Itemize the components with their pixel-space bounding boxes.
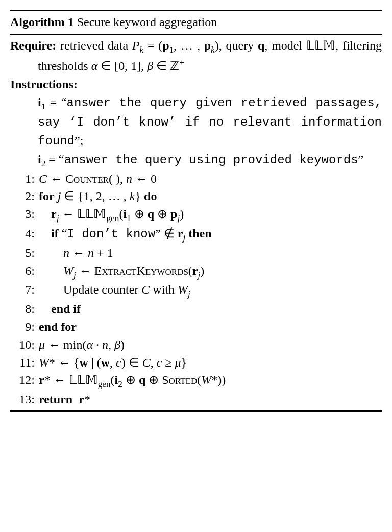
step-row: 3:rj ← 𝕃𝕃𝕄gen(i1 ⊕ q ⊕ pj) <box>10 205 382 225</box>
step-number: 7: <box>10 281 39 299</box>
step-row: 13:return r* <box>10 391 382 408</box>
instructions-label: Instructions: <box>10 76 382 93</box>
step-number: 4: <box>10 225 39 243</box>
require-label: Require: <box>10 39 56 52</box>
step-code: μ ← min(α · n, β) <box>39 336 382 354</box>
step-code: end for <box>39 318 382 336</box>
step-row: 8:end if <box>10 300 382 318</box>
step-code: if “I don’t know” ∉ rj then <box>39 225 382 244</box>
step-code: Wj ← ExtractKeywords(rj) <box>39 262 382 281</box>
step-code: W* ← {w | (w, c) ∈ C, c ≥ μ} <box>39 354 382 372</box>
step-code: end if <box>39 300 382 318</box>
step-row: 6:Wj ← ExtractKeywords(rj) <box>10 262 382 281</box>
step-code: return r* <box>39 391 382 408</box>
step-number: 3: <box>10 205 39 223</box>
step-code: C ← Counter( ), n ← 0 <box>39 170 382 188</box>
algorithm-body: Require: retrieved data Pk = (p1, … , pk… <box>10 35 382 410</box>
step-number: 8: <box>10 300 39 318</box>
step-number: 11: <box>10 354 39 372</box>
algorithm-block: Algorithm 1 Secure keyword aggregation R… <box>10 10 382 412</box>
step-row: 12:r* ← 𝕃𝕃𝕄gen(i2 ⊕ q ⊕ Sorted(W*)) <box>10 371 382 391</box>
step-number: 2: <box>10 187 39 205</box>
step-row: 11:W* ← {w | (w, c) ∈ C, c ≥ μ} <box>10 354 382 372</box>
step-code: for j ∈ {1, 2, … , k} do <box>39 187 382 205</box>
step-code: r* ← 𝕃𝕃𝕄gen(i2 ⊕ q ⊕ Sorted(W*)) <box>39 371 382 391</box>
require-block: Require: retrieved data Pk = (p1, … , pk… <box>10 37 382 75</box>
algorithm-title: Secure keyword aggregation <box>74 15 217 29</box>
require-text: retrieved data Pk = (p1, … , pk), query … <box>38 39 382 72</box>
algorithm-title-row: Algorithm 1 Secure keyword aggregation <box>10 11 382 35</box>
step-row: 9:end for <box>10 318 382 336</box>
step-code: n ← n + 1 <box>39 244 382 262</box>
step-row: 4:if “I don’t know” ∉ rj then <box>10 225 382 244</box>
step-number: 6: <box>10 262 39 280</box>
step-number: 5: <box>10 244 39 262</box>
steps-list: 1:C ← Counter( ), n ← 02:for j ∈ {1, 2, … <box>10 170 382 409</box>
instruction-i1: i1 = “answer the query given retrieved p… <box>10 93 382 150</box>
step-row: 2:for j ∈ {1, 2, … , k} do <box>10 187 382 205</box>
step-number: 10: <box>10 336 39 354</box>
step-number: 13: <box>10 391 39 408</box>
algorithm-number: Algorithm 1 <box>10 15 74 29</box>
step-code: Update counter C with Wj <box>39 281 382 300</box>
step-row: 10:μ ← min(α · n, β) <box>10 336 382 354</box>
step-row: 7:Update counter C with Wj <box>10 281 382 300</box>
instruction-i2: i2 = “answer the query using provided ke… <box>10 151 382 170</box>
step-code: rj ← 𝕃𝕃𝕄gen(i1 ⊕ q ⊕ pj) <box>39 205 382 225</box>
step-row: 1:C ← Counter( ), n ← 0 <box>10 170 382 188</box>
step-row: 5:n ← n + 1 <box>10 244 382 262</box>
step-number: 12: <box>10 371 39 389</box>
step-number: 1: <box>10 170 39 188</box>
step-number: 9: <box>10 318 39 336</box>
